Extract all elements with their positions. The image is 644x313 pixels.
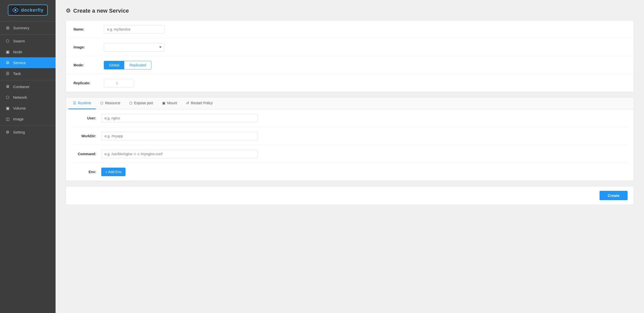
node-icon: ▣ [5,49,10,54]
tab-restart-policy-label: Restart Policy [191,101,213,105]
env-row: Env: + Add Env [71,163,629,181]
tab-runtime[interactable]: ☰ Runtime [68,97,96,109]
tab-runtime-label: Runtime [78,101,91,105]
tab-expose-port-label: Expose port [134,101,153,105]
service-form-card: Name: Image: Mode: Global Replicated Rep… [66,20,634,92]
tab-resource[interactable]: ⬡ Resource [96,97,125,109]
tab-mount[interactable]: ▣ Mount [158,97,182,109]
tabs-header: ☰ Runtime ⬡ Resource ⬡ Expose port ▣ Mou… [66,97,634,109]
mode-replicated-button[interactable]: Replicated [124,61,151,69]
mount-tab-icon: ▣ [162,101,165,105]
tab-expose-port[interactable]: ⬡ Expose port [125,97,158,109]
replicate-row: Replicate: [66,74,634,92]
create-bar: Create [66,186,634,205]
user-label: User: [73,116,101,120]
sidebar-divider-3 [0,125,56,126]
sidebar-label-service: Service [13,61,26,65]
resource-tab-icon: ⬡ [100,101,103,105]
page-header: ⚙ Create a new Service [66,8,634,14]
workdir-row: WorkDir: [71,127,629,145]
sidebar-item-service[interactable]: ⚙ Service [0,57,56,68]
swarm-icon: ⬡ [5,39,10,43]
command-label: Command: [73,152,101,156]
sidebar-label-summery: Summery [13,26,29,30]
replicate-input[interactable] [104,79,134,87]
sidebar-item-image[interactable]: ◫ Image [0,114,56,124]
sidebar-label-task: Task [13,71,21,76]
sidebar-item-setting[interactable]: ⚙ Setting [0,127,56,138]
workdir-label: WorkDir: [73,134,101,138]
image-row: Image: [66,38,634,56]
user-input[interactable] [101,114,258,122]
mode-toggle: Global Replicated [104,61,152,69]
name-label: Name: [73,27,104,31]
sidebar-label-network: Network [13,95,27,99]
sidebar-item-volume[interactable]: ▣ Volume [0,103,56,114]
sidebar-label-node: Node [13,50,22,54]
image-select[interactable] [104,43,164,51]
sidebar-item-swarm[interactable]: ⬡ Swarm [0,36,56,46]
sidebar-label-swarm: Swarm [13,39,25,43]
image-icon: ◫ [5,117,10,121]
workdir-input[interactable] [101,132,258,140]
page-title: Create a new Service [73,8,129,14]
restart-policy-tab-icon: ↺ [186,101,189,105]
sidebar-item-container[interactable]: 🖥 Contianer [0,81,56,92]
sidebar: dockerfly ⊞ Summery ⬡ Swarm ▣ Node ⚙ Ser… [0,0,56,313]
image-label: Image: [73,45,104,49]
sidebar-divider-1 [0,34,56,35]
env-label: Env: [73,170,101,174]
name-input[interactable] [104,25,164,34]
runtime-tab-content: User: WorkDir: Command: Env: + Add Env [66,109,634,181]
container-icon: 🖥 [5,84,10,89]
grid-icon: ⊞ [5,25,10,30]
logo: dockerfly [8,5,47,16]
sidebar-item-task[interactable]: ☰ Task [0,68,56,79]
mode-row: Mode: Global Replicated [66,56,634,74]
runtime-tab-icon: ☰ [73,101,76,105]
command-row: Command: [71,145,629,163]
logo-area: dockerfly [0,0,56,20]
command-input[interactable] [101,150,258,158]
task-icon: ☰ [5,71,10,76]
sidebar-divider [0,21,56,21]
main-content: ⚙ Create a new Service Name: Image: Mode… [56,0,644,313]
service-icon: ⚙ [5,60,10,65]
header-gear-icon: ⚙ [66,8,71,14]
mode-global-button[interactable]: Global [104,61,124,69]
create-button[interactable]: Create [600,191,628,200]
add-env-button[interactable]: + Add Env [101,168,126,176]
svg-point-2 [14,9,16,11]
expose-port-tab-icon: ⬡ [129,101,132,105]
sidebar-label-image: Image [13,117,24,121]
sidebar-divider-2 [0,80,56,80]
logo-text: dockerfly [21,8,43,13]
volume-icon: ▣ [5,106,10,111]
logo-icon [12,7,19,14]
sidebar-item-node[interactable]: ▣ Node [0,46,56,57]
user-row: User: [71,109,629,127]
tab-restart-policy[interactable]: ↺ Restart Policy [182,97,217,109]
network-icon: ⬡ [5,95,10,100]
setting-icon: ⚙ [5,130,10,135]
sidebar-label-setting: Setting [13,130,25,134]
tabs-card: ☰ Runtime ⬡ Resource ⬡ Expose port ▣ Mou… [66,97,634,181]
mode-label: Mode: [73,63,104,67]
tab-mount-label: Mount [167,101,177,105]
tab-resource-label: Resource [105,101,120,105]
name-row: Name: [66,20,634,38]
sidebar-label-container: Contianer [13,85,30,89]
sidebar-item-network[interactable]: ⬡ Network [0,92,56,103]
replicate-label: Replicate: [73,81,104,85]
sidebar-label-volume: Volume [13,106,26,110]
sidebar-item-summery[interactable]: ⊞ Summery [0,22,56,33]
